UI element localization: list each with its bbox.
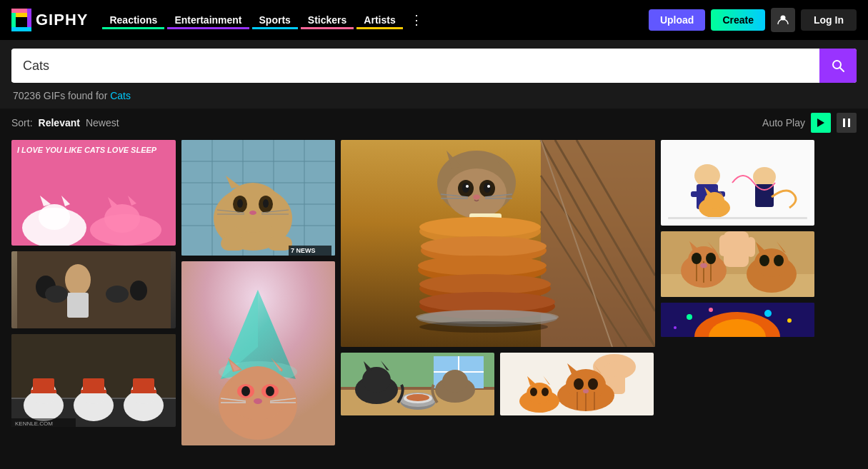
hat-cats-svg: KENNLE.COM <box>11 334 176 427</box>
svg-rect-164 <box>661 140 814 226</box>
svg-rect-66 <box>221 236 246 251</box>
svg-point-204 <box>674 326 677 329</box>
grid-col-3 <box>341 140 655 445</box>
gif-crystal-cat[interactable] <box>181 261 335 445</box>
gif-illustration-cats[interactable] <box>661 140 814 226</box>
gif-hat-cats[interactable]: KENNLE.COM <box>11 334 176 427</box>
svg-point-169 <box>753 167 776 187</box>
search-button[interactable] <box>819 49 857 83</box>
play-icon <box>817 118 824 127</box>
svg-rect-3 <box>11 27 31 31</box>
nav-entertainment[interactable]: Entertainment <box>167 11 249 29</box>
svg-rect-175 <box>668 217 807 219</box>
sort-newest[interactable]: Newest <box>86 117 119 128</box>
nav-reactions[interactable]: Reactions <box>102 11 164 29</box>
svg-point-104 <box>484 183 491 193</box>
giphy-logo-icon <box>11 9 31 31</box>
svg-point-61 <box>249 211 256 215</box>
cats-bowl-svg <box>341 353 494 415</box>
svg-marker-18 <box>128 196 136 206</box>
svg-point-114 <box>419 217 541 237</box>
svg-rect-167 <box>691 191 704 197</box>
svg-text:7 NEWS: 7 NEWS <box>291 247 316 254</box>
grid-col-1: I LOVE YOU LIKE CATS LOVE SLEEP <box>11 140 176 445</box>
gif-cats-animated[interactable] <box>500 353 654 415</box>
svg-point-98 <box>447 168 507 218</box>
sort-bar: Sort: Relevant Newest Auto Play <box>0 109 868 140</box>
illustration-cats-svg <box>661 140 814 226</box>
svg-point-105 <box>466 185 469 188</box>
logo-area[interactable]: GIPHY <box>11 9 88 31</box>
gif-colorful-cat[interactable] <box>661 303 814 337</box>
cats-animated-svg <box>500 353 654 415</box>
svg-text:KENNLE.COM: KENNLE.COM <box>15 420 53 427</box>
sort-relevant[interactable]: Relevant <box>39 117 80 128</box>
svg-rect-21 <box>67 293 89 318</box>
nav-sports[interactable]: Sports <box>252 11 298 29</box>
svg-point-185 <box>692 253 702 264</box>
gif-wet-cat[interactable]: 7 NEWS <box>181 140 335 256</box>
sort-label: Sort: <box>11 117 33 128</box>
svg-rect-146 <box>613 361 619 377</box>
svg-point-203 <box>787 318 792 323</box>
svg-point-24 <box>106 286 129 303</box>
sort-left: Sort: Relevant Newest <box>11 117 119 128</box>
user-icon <box>777 14 789 26</box>
svg-point-120 <box>419 274 551 294</box>
gif-kittens-feeding[interactable] <box>661 231 814 297</box>
grid-col-2: 7 NEWS <box>181 140 335 445</box>
login-button[interactable]: Log In <box>801 9 857 31</box>
header-actions: Upload Create Log In <box>649 8 857 32</box>
user-icon-button[interactable] <box>771 8 795 32</box>
svg-point-122 <box>419 292 555 312</box>
more-nav-dots[interactable]: ⋮ <box>406 9 427 31</box>
nav-artists[interactable]: Artists <box>356 11 402 29</box>
svg-point-106 <box>487 185 490 188</box>
gif-woman-cats[interactable] <box>11 251 176 328</box>
svg-point-14 <box>104 204 140 233</box>
svg-line-7 <box>840 68 844 72</box>
svg-point-118 <box>418 256 547 276</box>
svg-marker-15 <box>40 196 51 206</box>
svg-point-103 <box>462 183 469 193</box>
search-icon <box>831 59 845 73</box>
svg-point-12 <box>39 204 70 230</box>
gif-cats-bowl[interactable] <box>341 353 494 415</box>
svg-point-57 <box>237 199 243 208</box>
search-input[interactable] <box>11 50 819 82</box>
svg-point-83 <box>266 386 274 396</box>
gif-text-overlay: I LOVE YOU LIKE CATS LOVE SLEEP <box>17 146 170 155</box>
results-info: 70236 GIFs found for Cats <box>11 83 857 109</box>
svg-point-25 <box>45 286 68 303</box>
pause-button[interactable] <box>837 113 857 133</box>
grid-col3-bottom-row <box>341 353 655 415</box>
svg-point-202 <box>764 310 772 317</box>
svg-point-200 <box>687 314 692 320</box>
crystal-cat-svg <box>181 261 335 445</box>
results-term-link[interactable]: Cats <box>110 90 131 101</box>
pause-icon <box>843 118 850 127</box>
svg-point-54 <box>224 183 281 233</box>
svg-point-58 <box>263 199 269 208</box>
play-button[interactable] <box>811 113 831 133</box>
create-button[interactable]: Create <box>711 9 765 31</box>
svg-point-189 <box>754 248 789 277</box>
gif-pancake-cat[interactable] <box>341 140 655 347</box>
svg-point-165 <box>694 164 720 187</box>
svg-point-163 <box>542 388 549 396</box>
svg-rect-67 <box>267 236 292 251</box>
upload-button[interactable]: Upload <box>649 9 705 31</box>
gif-cats-love-sleep[interactable]: I LOVE YOU LIKE CATS LOVE SLEEP <box>11 140 176 246</box>
wet-cat-svg: 7 NEWS <box>181 140 335 256</box>
sort-right: Auto Play <box>762 113 857 133</box>
search-section: 70236 GIFs found for Cats <box>0 40 868 109</box>
svg-point-141 <box>406 394 429 401</box>
svg-point-107 <box>473 195 480 200</box>
svg-rect-195 <box>719 235 728 256</box>
svg-point-155 <box>574 378 584 390</box>
nav-stickers[interactable]: Stickers <box>301 11 354 29</box>
svg-point-137 <box>442 370 468 393</box>
svg-point-116 <box>421 236 547 256</box>
logo-text: GIPHY <box>36 11 88 29</box>
svg-rect-36 <box>31 390 56 393</box>
